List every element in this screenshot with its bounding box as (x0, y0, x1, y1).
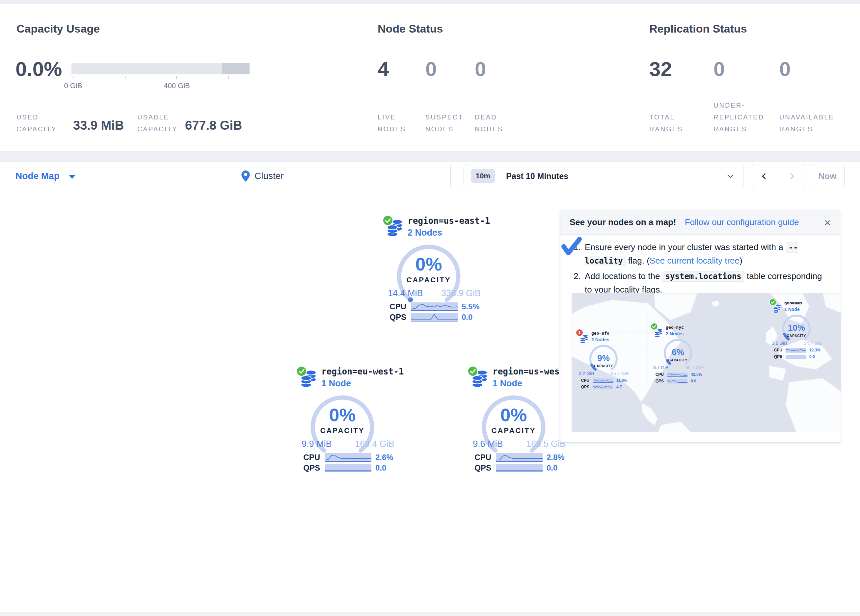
region-name: region=us-east-1 (408, 216, 490, 226)
capacity-percent: 0% (393, 253, 464, 275)
capacity-percent: 0% (478, 404, 549, 425)
qps-sparkline (593, 385, 613, 389)
health-ok-icon (383, 215, 393, 226)
time-forward-button[interactable] (778, 165, 804, 187)
under-replicated-count: 0 (714, 57, 725, 81)
health-ok-icon (468, 366, 478, 376)
used-capacity-label: USED CAPACITY (16, 111, 57, 135)
qps-value: 0.0 (546, 463, 557, 473)
cluster-summary-panel: Capacity Usage 0.0% 0 GiB 400 GiB USED C… (0, 4, 860, 151)
replication-status-title: Replication Status (649, 22, 747, 35)
total-capacity: 65.7 GiB (686, 365, 703, 370)
cpu-sparkline (786, 348, 806, 353)
qps-row: QPS 0.0 (769, 354, 824, 360)
time-range-selector[interactable]: 10m Past 10 Minutes (464, 165, 744, 187)
used-capacity: 3.2 GiB (579, 371, 594, 376)
qps-label: QPS (651, 379, 664, 383)
cpu-sparkline (325, 453, 371, 462)
region-card-us-west-1[interactable]: region=us-west-1 1 Node 0% CAPACITY 9.6 … (464, 364, 569, 476)
mini-node-geo-sfo[interactable]: 1 geo=sfo 2 Nodes 9% CAPACITY 3.2 GiB 35… (576, 328, 631, 393)
total-capacity: 338.9 GiB (441, 288, 481, 298)
cpu-sparkline (411, 303, 458, 311)
breadcrumb[interactable]: Cluster (241, 169, 284, 183)
node-map-page: Capacity Usage 0.0% 0 GiB 400 GiB USED C… (0, 0, 860, 616)
qps-label: QPS (386, 313, 406, 322)
total-capacity: 169.4 GiB (355, 439, 394, 449)
qps-row: QPS 4.7 (576, 385, 631, 390)
close-icon[interactable]: × (824, 217, 831, 228)
footer-strip (0, 612, 860, 616)
capacity-usage-title: Capacity Usage (16, 22, 100, 35)
mini-node-geo-nyc[interactable]: geo=nyc 2 Nodes 6% CAPACITY 3.7 GiB 65.7… (651, 322, 706, 387)
cpu-sparkline (496, 453, 543, 462)
geo-name: geo=nyc (666, 325, 684, 330)
qps-label: QPS (769, 354, 782, 359)
caret-down-icon (69, 175, 75, 179)
capacity-percent: 10% (781, 323, 812, 333)
qps-row: QPS 0.0 (292, 463, 398, 473)
under-replicated-label: UNDER- REPLICATED RANGES (714, 99, 764, 135)
map-toolbar: Node Map Cluster 10m Past 10 Minutes No (0, 161, 860, 190)
geo-nodes-link[interactable]: 1 Node (784, 307, 800, 312)
total-capacity: 35.1 GiB (611, 371, 629, 376)
unavailable-count: 0 (779, 57, 791, 81)
cpu-label: CPU (300, 453, 320, 462)
cpu-row: CPU 12.3% (769, 348, 824, 353)
cpu-value: 2.6% (375, 453, 394, 462)
region-nodes-link[interactable]: 2 Nodes (408, 228, 442, 238)
usable-capacity-label: USABLE CAPACITY (137, 111, 178, 135)
capacity-gauge: 0% CAPACITY (307, 392, 378, 462)
capacity-tick-label: 0 GiB (64, 82, 82, 90)
region-card-eu-west-1[interactable]: region=eu-west-1 1 Node 0% CAPACITY 9.9 … (292, 364, 398, 476)
capacity-usage-bar-reserved (222, 63, 250, 74)
capacity-tick-label: 400 GiB (164, 82, 190, 90)
usable-capacity-value: 677.8 GiB (185, 118, 242, 133)
cpu-row: CPU 2.6% (292, 453, 398, 462)
qps-sparkline (496, 464, 543, 472)
geo-nodes-link[interactable]: 2 Nodes (666, 331, 684, 336)
health-ok-icon (296, 366, 307, 376)
capacity-label: CAPACITY (781, 334, 812, 338)
dead-nodes-count: 0 (475, 57, 486, 81)
node-status-title: Node Status (378, 22, 443, 35)
chevron-down-icon (727, 172, 733, 178)
dead-nodes-label: DEAD NODES (475, 111, 503, 135)
capacity-gauge: 0% CAPACITY (393, 241, 464, 312)
total-ranges-label: TOTAL RANGES (649, 111, 683, 135)
system-locations-code: system.locations (662, 271, 744, 282)
geo-name: geo=sfo (591, 331, 609, 335)
capacity-label: CAPACITY (478, 426, 549, 435)
setup-step-2: 2. Add locations to the system.locations… (574, 270, 830, 296)
cpu-label: CPU (576, 378, 589, 383)
total-ranges-count: 32 (649, 57, 672, 81)
cpu-sparkline (667, 373, 687, 377)
view-selector-label: Node Map (16, 171, 60, 181)
live-nodes-label: LIVE NODES (378, 111, 406, 135)
configuration-guide-link[interactable]: Follow our configuration guide (685, 217, 799, 227)
geo-nodes-link[interactable]: 2 Nodes (591, 337, 609, 342)
suspect-nodes-count: 0 (425, 57, 436, 81)
time-range-label: Past 10 Minutes (506, 171, 568, 181)
example-world-map: 1 geo=sfo 2 Nodes 9% CAPACITY 3.2 GiB 35… (571, 293, 841, 432)
health-ok-icon (769, 298, 776, 306)
now-button[interactable]: Now (810, 165, 845, 187)
capacity-label: CAPACITY (307, 426, 378, 435)
view-selector-dropdown[interactable]: Node Map (16, 169, 75, 183)
cpu-value: 5.5% (461, 302, 480, 311)
chevron-right-icon (788, 173, 794, 179)
region-nodes-link[interactable]: 1 Node (321, 378, 351, 389)
region-nodes-link[interactable]: 1 Node (493, 378, 522, 389)
used-capacity: 3.7 GiB (653, 365, 669, 370)
qps-value: 0.0 (461, 313, 472, 322)
qps-row: QPS 0.0 (379, 313, 484, 323)
locality-tree-link[interactable]: See current locality tree (650, 255, 739, 266)
qps-row: QPS 0.0 (651, 379, 706, 384)
mini-node-geo-ams[interactable]: geo=ams 1 Node 10% CAPACITY 3.6 GiB 34.4… (769, 298, 824, 362)
capacity-usage-bar (71, 63, 250, 74)
now-button-label: Now (819, 171, 836, 181)
region-card-us-east-1[interactable]: region=us-east-1 2 Nodes 0% CAPACITY 14.… (379, 213, 484, 325)
capacity-tick (176, 76, 177, 79)
health-ok-icon (651, 323, 658, 330)
cpu-label: CPU (386, 302, 406, 311)
time-back-button[interactable] (752, 165, 778, 187)
